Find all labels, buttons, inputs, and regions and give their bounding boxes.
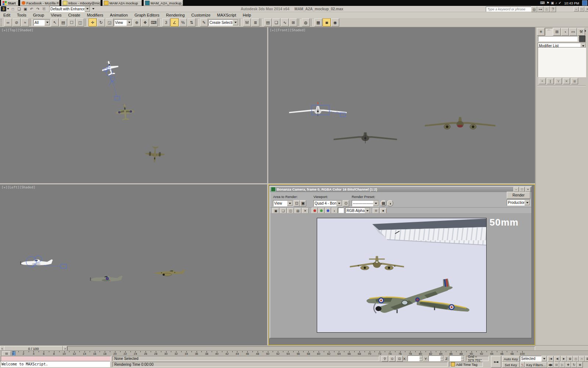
menu-animation[interactable]: Animation [107,13,131,17]
viewport-front-label[interactable]: [+][Front][Shaded] [270,28,306,32]
configure-modifier-sets-button[interactable]: ⊞ [571,78,578,84]
volume-tray-icon[interactable]: ♪ [555,0,557,6]
set-key-mode-toggle[interactable]: ⊶ [491,356,501,368]
absolute-offset-mode-toggle[interactable]: ⊡ [396,356,403,362]
render-production-button[interactable]: ◉ [331,18,339,26]
menu-graph-editors[interactable]: Graph Editors [131,13,163,17]
tab-display[interactable]: ▭ [569,28,577,36]
taskbar-item[interactable]: MAM_A2A_mockup_02.... [144,0,183,6]
walk-through-icon[interactable]: ∩ [579,356,585,362]
auto-region-button[interactable]: ▣ [300,200,306,206]
rendered-frame-window-button[interactable]: ◙ [323,18,331,26]
menu-edit[interactable]: Edit [0,13,14,17]
coord-x-field[interactable] [408,355,423,361]
select-and-link-button[interactable]: ∞ [4,18,12,26]
viewport-left-label[interactable]: [+][Left][Shaded] [1,185,35,189]
communication-center-icon[interactable]: ⊶ [537,6,544,12]
snaps-toggle-3d[interactable]: 3 [162,18,170,26]
reference-coordinate-system-dropdown-arrow-icon[interactable] [126,20,132,25]
viewport-top-label[interactable]: [+][Top][Shaded] [1,28,33,32]
workspace-dropdown-arrow-icon[interactable] [85,6,90,12]
reference-coordinate-system-dropdown[interactable]: View [114,20,132,26]
rendered-frame-close-button[interactable]: × [525,187,531,192]
clear-button[interactable]: ✕ [302,208,309,213]
restore-button[interactable]: □ [579,7,584,11]
minimize-button[interactable]: – [574,7,579,11]
keyboard-shortcut-override-toggle[interactable]: ⌨ [150,18,158,26]
tab-hierarchy[interactable]: ⊞ [553,28,561,36]
orbit-icon[interactable]: ↻ [571,362,577,368]
previous-frame-button[interactable]: ◀| [554,356,560,362]
copy-image-button[interactable]: ❏ [280,208,287,213]
viewport-select-dropdown[interactable]: Quad 4 - Bonanza [313,200,342,206]
menu-help[interactable]: Help [240,13,255,17]
selection-set-filter-dropdown[interactable]: Selected [520,356,547,361]
select-object-button[interactable]: ↖ [51,18,59,26]
save-image-button[interactable]: ▣ [272,208,279,213]
percent-snap-toggle[interactable]: % [179,18,187,26]
pin-stack-button[interactable]: ⌖ [539,78,546,84]
maxscript-mini-listener-input[interactable] [1,356,111,361]
use-pivot-point-center-button[interactable]: ⊕ [133,18,141,26]
qat-open-file-button[interactable]: ❏ [16,6,22,11]
aircraft-bonanza-front-view[interactable] [289,102,347,117]
timeline-ruler[interactable]: ▤ 02468101214161820222426283032343638404… [0,350,588,355]
selection-arrow-icon[interactable]: ▷ [559,362,565,368]
zoom-icon[interactable]: ⊕ [567,356,573,362]
menu-rendering[interactable]: Rendering [163,13,188,17]
select-and-manipulate-button[interactable]: ❖ [141,18,149,26]
pan-icon[interactable]: ✥ [565,362,571,368]
isolate-selection-toggle[interactable]: ⚲ [381,356,388,362]
maximize-viewport-toggle[interactable]: ⊠ [577,362,583,368]
remove-modifier-button[interactable]: ✕ [563,78,570,84]
menu-group[interactable]: Group [30,13,48,17]
select-and-rotate-button[interactable]: ↻ [97,18,105,26]
coord-y-field[interactable] [429,355,444,361]
selection-filter-dropdown[interactable]: All [33,20,50,26]
selection-lock-toggle[interactable]: ⊙ [389,356,395,362]
menu-modifiers[interactable]: Modifiers [83,13,107,17]
set-key-button[interactable]: Set Key [502,362,520,368]
preset-dropdown-arrow-icon[interactable] [373,201,379,206]
menu-tools[interactable]: Tools [14,13,30,17]
maxscript-listener-output[interactable]: Welcome to MAXScript. [0,361,110,367]
key-mode-toggle[interactable]: ◀▶ [548,362,553,368]
application-menu-button[interactable]: 3 [1,6,6,11]
viewport-front[interactable]: [+][Front][Shaded] [268,27,535,183]
workspace-dropdown[interactable]: Default with Enhanced I [49,6,90,12]
area-dropdown-arrow-icon[interactable] [287,201,293,206]
render-setup-shortcut-button[interactable]: ▦ [380,200,387,206]
select-and-scale-button[interactable]: ◲ [105,18,114,26]
tab-utilities[interactable]: ⚒ [577,28,585,36]
zoom-region-icon[interactable]: ⊡ [553,362,559,368]
selection-filter-arrow-icon[interactable] [541,356,547,361]
rendered-frame-restore-button[interactable]: □ [519,187,525,192]
aircraft-spitfire-side-view[interactable] [90,276,123,282]
toggle-ui-button[interactable]: ■ [380,208,387,213]
named-selection-sets-dropdown[interactable]: Create Selection Se [208,20,239,26]
add-time-tag[interactable]: Add Time Tag [449,362,483,367]
panel-menu-arrow-icon[interactable] [585,30,586,32]
tab-create[interactable]: ✳ [537,28,545,36]
aircraft-bonanza-side-view[interactable] [20,256,67,268]
unlink-selection-button[interactable]: ⊘ [12,18,21,26]
layer-select-button[interactable]: ⊟ [373,208,379,213]
edit-named-selection-sets-button[interactable]: ✎ [200,18,208,26]
qat-redo-button[interactable]: ↷ [35,6,41,11]
channel-dropdown-arrow-icon[interactable] [365,208,370,213]
start-button[interactable]: Start [1,0,18,6]
material-editor-button[interactable]: ◍ [302,18,310,26]
menu-create[interactable]: Create [65,13,83,17]
select-by-name-button[interactable]: ▤ [59,18,67,26]
menu-maxscript[interactable]: MAXScript [214,13,240,17]
aircraft-me262-side-view[interactable] [154,270,185,276]
layer-explorer-button[interactable]: ▤ [264,18,272,26]
update-shield-tray-icon[interactable]: ✔ [559,0,562,6]
bind-to-space-warp-button[interactable]: ≈ [21,18,29,26]
rendered-frame-minimize-button[interactable]: – [513,187,519,192]
favorites-icon[interactable]: ☆ [544,6,550,12]
close-button[interactable]: × [585,7,588,11]
make-unique-button[interactable]: Y [555,78,562,84]
zoom-extents-all-icon[interactable]: ⊞ [585,356,588,362]
print-image-button[interactable]: ▤ [294,208,301,213]
